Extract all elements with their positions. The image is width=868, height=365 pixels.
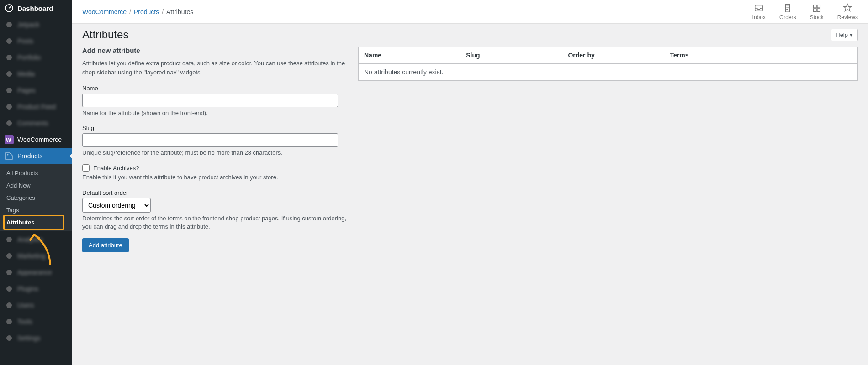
sidebar-item-blurred[interactable]: Tools: [0, 313, 72, 330]
archives-help: Enable this if you want this attribute t…: [82, 173, 347, 182]
sidebar-item-products[interactable]: Products: [0, 148, 72, 164]
page-title: Attributes: [82, 28, 128, 41]
breadcrumb-separator: /: [162, 8, 164, 16]
attributes-table-wrap: Name Slug Order by Terms No attributes c…: [358, 47, 858, 81]
top-action-inbox[interactable]: Inbox: [752, 3, 766, 21]
menu-icon: [5, 119, 14, 128]
sidebar-item-blurred[interactable]: Media: [0, 66, 72, 82]
svg-text:W: W: [6, 137, 11, 143]
menu-icon: [5, 53, 14, 62]
sidebar-item-blurred[interactable]: Marketing: [0, 248, 72, 264]
svg-rect-20: [813, 8, 816, 11]
top-action-stock[interactable]: Stock: [810, 3, 824, 21]
slug-help: Unique slug/reference for the attribute;…: [82, 149, 347, 157]
sidebar-label: Dashboard: [17, 5, 53, 12]
submenu-categories[interactable]: Categories: [0, 192, 72, 204]
sidebar-label: WooCommerce: [17, 136, 62, 143]
svg-point-5: [6, 88, 12, 93]
menu-icon: [5, 317, 14, 326]
slug-label: Slug: [82, 125, 347, 131]
sidebar-item-blurred[interactable]: Appearance: [0, 264, 72, 281]
menu-icon: [5, 69, 14, 78]
th-terms: Terms: [665, 47, 857, 63]
breadcrumb: WooCommerce / Products / Attributes: [82, 8, 193, 16]
sidebar-item-blurred[interactable]: Analytics: [0, 231, 72, 248]
sidebar-item-blurred[interactable]: Jetpack: [0, 16, 72, 33]
products-submenu: All Products Add New Categories Tags Att…: [0, 164, 72, 231]
archives-checkbox[interactable]: [82, 164, 90, 172]
sidebar-item-blurred[interactable]: Pages: [0, 82, 72, 99]
submenu-attributes[interactable]: Attributes: [0, 216, 72, 229]
form-title: Add new attribute: [82, 47, 347, 54]
svg-point-3: [6, 55, 12, 60]
sidebar-item-blurred[interactable]: Posts: [0, 33, 72, 49]
add-attribute-form: Add new attribute Attributes let you def…: [82, 47, 347, 252]
slug-input[interactable]: [82, 133, 338, 147]
name-label: Name: [82, 85, 347, 92]
submenu-all-products[interactable]: All Products: [0, 167, 72, 179]
menu-icon: [5, 235, 14, 244]
top-action-reviews[interactable]: Reviews: [837, 3, 858, 21]
breadcrumb-woocommerce[interactable]: WooCommerce: [82, 8, 127, 16]
menu-icon: [5, 102, 14, 111]
name-input[interactable]: [82, 94, 338, 107]
sidebar-item-woocommerce[interactable]: W WooCommerce: [0, 131, 72, 148]
svg-point-11: [6, 253, 12, 259]
name-help: Name for the attribute (shown on the fro…: [82, 109, 347, 117]
sidebar-item-dashboard[interactable]: Dashboard: [0, 0, 72, 16]
th-orderby: Order by: [562, 47, 664, 63]
table-empty-row: No attributes currently exist.: [359, 64, 857, 80]
woocommerce-icon: W: [5, 135, 14, 144]
svg-point-12: [6, 270, 12, 275]
sort-help: Determines the sort order of the terms o…: [82, 214, 347, 231]
form-description: Attributes let you define extra product …: [82, 59, 347, 77]
submenu-add-new[interactable]: Add New: [0, 179, 72, 192]
breadcrumb-current: Attributes: [166, 8, 193, 16]
svg-rect-18: [813, 5, 816, 7]
th-name: Name: [359, 47, 460, 63]
attributes-table: Name Slug Order by Terms No attributes c…: [358, 47, 858, 81]
svg-point-16: [6, 335, 12, 341]
help-button[interactable]: Help ▾: [831, 29, 858, 41]
svg-point-2: [6, 38, 12, 44]
main-area: WooCommerce / Products / Attributes Inbo…: [72, 0, 868, 365]
svg-point-6: [6, 104, 12, 110]
th-slug: Slug: [460, 47, 562, 63]
svg-rect-19: [817, 5, 820, 7]
sidebar-item-blurred[interactable]: Portfolio: [0, 49, 72, 66]
products-icon: [5, 151, 14, 161]
menu-icon: [5, 301, 14, 310]
menu-icon: [5, 86, 14, 95]
svg-point-1: [6, 22, 12, 27]
menu-icon: [5, 268, 14, 277]
sort-select[interactable]: Custom ordering: [82, 198, 151, 213]
svg-point-13: [6, 286, 12, 292]
content: Attributes Help ▾ Add new attribute Attr…: [72, 24, 868, 365]
sidebar-item-blurred[interactable]: Users: [0, 297, 72, 313]
top-action-orders[interactable]: Orders: [779, 3, 796, 21]
sidebar-item-blurred[interactable]: Product Feed: [0, 99, 72, 115]
svg-point-15: [6, 319, 12, 324]
sort-label: Default sort order: [82, 189, 347, 196]
breadcrumb-products[interactable]: Products: [134, 8, 159, 16]
svg-point-14: [6, 302, 12, 308]
sidebar-item-blurred[interactable]: Settings: [0, 330, 72, 346]
dashboard-icon: [5, 4, 14, 13]
chevron-down-icon: ▾: [850, 31, 853, 38]
breadcrumb-separator: /: [129, 8, 131, 16]
admin-sidebar: Dashboard JetpackPostsPortfolioMediaPage…: [0, 0, 72, 365]
top-actions: Inbox Orders Stock Reviews: [752, 3, 858, 21]
sidebar-item-blurred[interactable]: Plugins: [0, 281, 72, 297]
add-attribute-button[interactable]: Add attribute: [82, 238, 129, 252]
sidebar-item-blurred[interactable]: Comments: [0, 115, 72, 131]
sidebar-label: Products: [17, 152, 42, 160]
menu-icon: [5, 251, 14, 261]
svg-point-7: [6, 120, 12, 126]
menu-icon: [5, 284, 14, 293]
submenu-tags[interactable]: Tags: [0, 204, 72, 216]
archives-label: Enable Archives?: [93, 165, 139, 172]
highlight-box: [3, 215, 64, 230]
menu-icon: [5, 334, 14, 343]
svg-rect-21: [817, 8, 820, 11]
svg-point-4: [6, 71, 12, 77]
